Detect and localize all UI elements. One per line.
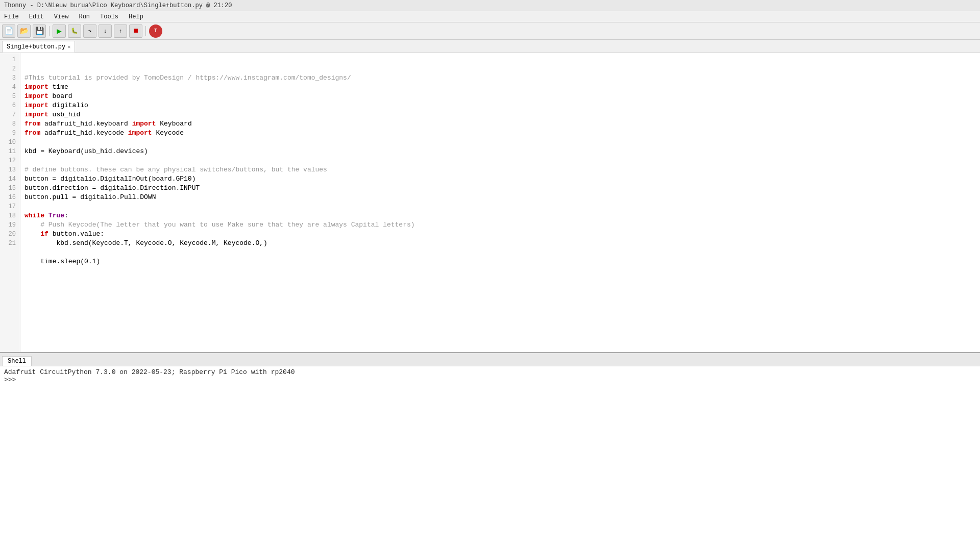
shell-prompt-line: >>>: [4, 376, 976, 384]
code-line: from adafruit_hid.keyboard import Keyboa…: [24, 119, 976, 129]
shell-panel: Shell Adafruit CircuitPython 7.3.0 on 20…: [0, 352, 980, 551]
code-token: time.sleep(0.1): [24, 258, 100, 265]
code-line: kbd = Keyboard(usb_hid.devices): [24, 147, 976, 156]
code-token: Keycode: [152, 129, 184, 137]
menu-help[interactable]: Help: [127, 13, 145, 21]
line-number: 13: [0, 165, 20, 174]
line-number: 2: [0, 64, 20, 73]
menu-tools[interactable]: Tools: [98, 13, 120, 21]
code-token: [24, 230, 40, 238]
line-number: 5: [0, 92, 20, 101]
code-token: usb_hid: [48, 111, 80, 118]
title-text: Thonny - D:\Nieuw burua\Pico Keyboard\Si…: [4, 2, 232, 9]
code-token: # define buttons. these can be any physi…: [24, 166, 327, 173]
code-token: board: [48, 92, 72, 100]
code-line: import digitalio: [24, 101, 976, 110]
shell-tab-bar: Shell: [0, 353, 980, 366]
shell-info-line: Adafruit CircuitPython 7.3.0 on 2022-05-…: [4, 368, 976, 376]
shell-tab-label: Shell: [8, 358, 26, 365]
code-token: kbd.send(Keycode.T, Keycode.O, Keycode.M…: [24, 239, 267, 247]
menu-run[interactable]: Run: [77, 13, 92, 21]
new-button[interactable]: 📄: [2, 24, 15, 38]
code-line: # Push Keycode(The letter that you want …: [24, 220, 976, 230]
line-number: 7: [0, 110, 20, 119]
step-into-button[interactable]: ↓: [99, 24, 112, 38]
code-token: if: [40, 230, 48, 238]
code-line: kbd.send(Keycode.T, Keycode.O, Keycode.M…: [24, 239, 976, 248]
code-token: :: [64, 212, 68, 219]
code-editor[interactable]: 123456789101112131415161718192021 #This …: [0, 53, 980, 352]
code-token: True: [48, 212, 64, 219]
code-token: time: [48, 83, 68, 91]
line-number: 16: [0, 193, 20, 202]
line-number: 21: [0, 239, 20, 248]
code-token: [44, 212, 48, 219]
code-token: adafruit_hid.keyboard: [40, 120, 132, 128]
shell-tab[interactable]: Shell: [2, 356, 32, 366]
line-number: 4: [0, 83, 20, 92]
toolbar-sep-2: [145, 26, 146, 36]
code-token: import: [24, 92, 48, 100]
menu-view[interactable]: View: [52, 13, 71, 21]
code-line: button.pull = digitalio.Pull.DOWN: [24, 193, 976, 202]
code-token: Keyboard: [156, 120, 191, 128]
code-token: adafruit_hid.keycode: [40, 129, 128, 137]
code-token: button = digitalio.DigitalInOut(board.GP…: [24, 175, 195, 183]
tab-label: Single+button.py: [7, 43, 65, 51]
open-button[interactable]: 📂: [17, 24, 31, 38]
main-area: 123456789101112131415161718192021 #This …: [0, 53, 980, 551]
toolbar: 📄 📂 💾 ▶ 🐛 ↷ ↓ ↑ ■ T: [0, 22, 980, 40]
code-token: import: [24, 83, 48, 91]
code-token: from: [24, 120, 40, 128]
line-number: 15: [0, 184, 20, 193]
code-line: import board: [24, 92, 976, 101]
code-line: [24, 156, 976, 165]
line-number: 12: [0, 156, 20, 165]
code-line: if button.value:: [24, 230, 976, 239]
line-numbers: 123456789101112131415161718192021: [0, 53, 20, 352]
step-over-button[interactable]: ↷: [83, 24, 96, 38]
code-token: # Push Keycode(The letter that you want …: [40, 221, 414, 229]
menu-file[interactable]: File: [2, 13, 21, 21]
tab-close-icon[interactable]: ✕: [67, 44, 70, 50]
code-line: import usb_hid: [24, 110, 976, 119]
title-bar: Thonny - D:\Nieuw burua\Pico Keyboard\Si…: [0, 0, 980, 11]
menu-edit[interactable]: Edit: [27, 13, 46, 21]
code-line: [24, 202, 976, 211]
line-number: 10: [0, 138, 20, 147]
editor-tab[interactable]: Single+button.py ✕: [2, 41, 75, 53]
line-number: 17: [0, 202, 20, 211]
code-token: button.pull = digitalio.Pull.DOWN: [24, 193, 156, 201]
shell-prompt-symbol: >>>: [4, 376, 16, 384]
line-number: 18: [0, 211, 20, 220]
code-token: import: [24, 111, 48, 118]
debug-button[interactable]: 🐛: [68, 24, 81, 38]
code-content[interactable]: #This tutorial is provided by TomoDesign…: [20, 53, 980, 352]
line-number: 6: [0, 101, 20, 110]
code-line: [24, 138, 976, 147]
code-token: import: [128, 129, 152, 137]
code-line: #This tutorial is provided by TomoDesign…: [24, 73, 976, 83]
run-button[interactable]: ▶: [53, 24, 66, 38]
line-number: 1: [0, 55, 20, 64]
code-token: from: [24, 129, 40, 137]
shell-content[interactable]: Adafruit CircuitPython 7.3.0 on 2022-05-…: [0, 366, 980, 551]
code-token: [24, 221, 40, 229]
toolbar-sep-1: [49, 26, 50, 36]
code-token: button.direction = digitalio.Direction.I…: [24, 184, 200, 192]
line-number: 9: [0, 129, 20, 138]
code-token: digitalio: [48, 102, 88, 109]
save-button[interactable]: 💾: [33, 24, 46, 38]
code-line: [24, 248, 976, 257]
code-line: button.direction = digitalio.Direction.I…: [24, 184, 976, 193]
code-token: kbd = Keyboard(usb_hid.devices): [24, 147, 148, 155]
stop-button[interactable]: ■: [129, 24, 142, 38]
step-out-button[interactable]: ↑: [114, 24, 127, 38]
thonny-logo: T: [149, 24, 162, 38]
menu-bar: File Edit View Run Tools Help: [0, 11, 980, 22]
line-number: 11: [0, 147, 20, 156]
code-token: import: [24, 102, 48, 109]
line-number: 20: [0, 230, 20, 239]
code-line: while True:: [24, 211, 976, 220]
tab-bar: Single+button.py ✕: [0, 40, 980, 53]
